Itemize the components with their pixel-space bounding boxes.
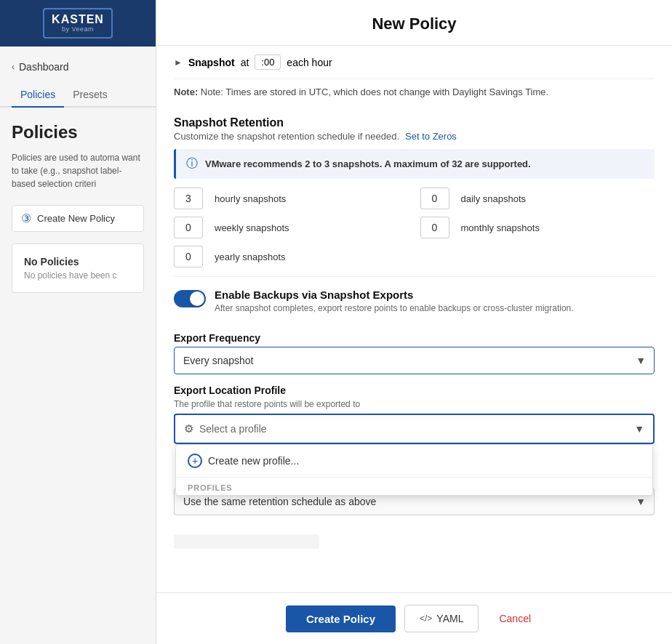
profile-select-trigger[interactable]: ⚙ Select a profile ▼ <box>175 415 653 443</box>
tab-policies[interactable]: Policies <box>12 84 64 108</box>
info-icon: ⓘ <box>186 156 198 172</box>
profile-select-wrapper: ⚙ Select a profile ▼ + Create new profil… <box>174 414 655 444</box>
snapshot-retention-section: Snapshot Retention Customize the snapsho… <box>174 116 655 142</box>
create-new-profile-item[interactable]: + Create new profile... <box>176 445 652 478</box>
vmware-info-box: ⓘ VMware recommends 2 to 3 snapshots. A … <box>174 149 655 179</box>
sidebar-back-label: Dashboard <box>19 61 69 73</box>
create-new-profile-label: Create new profile... <box>208 455 299 467</box>
snapshot-time-input[interactable] <box>255 55 281 70</box>
monthly-label: monthly snapshots <box>461 222 655 233</box>
monthly-count-input[interactable]: 0 <box>420 217 449 238</box>
tab-presets[interactable]: Presets <box>64 84 116 108</box>
gear-icon: ⚙ <box>184 422 193 435</box>
snapshot-counts-grid: 3 hourly snapshots 0 daily snapshots 0 w… <box>174 188 655 267</box>
no-policies-desc: No policies have been c <box>24 270 132 281</box>
enable-backups-desc: After snapshot completes, export restore… <box>215 303 574 313</box>
profile-select-arrow-icon: ▼ <box>634 423 644 435</box>
sidebar-description: Policies are used to automa want to take… <box>0 148 156 193</box>
daily-label: daily snapshots <box>461 193 655 204</box>
create-new-policy-label: Create New Policy <box>37 213 115 224</box>
sidebar-nav: ‹ Dashboard Policies Presets Policies Po… <box>0 47 156 313</box>
blurred-bottom <box>174 526 655 558</box>
hourly-label: hourly snapshots <box>215 193 409 204</box>
new-policy-modal: New Policy ► Snapshot at each hour Note:… <box>156 0 672 644</box>
export-location-label: Export Location Profile <box>174 385 655 396</box>
expand-icon[interactable]: ► <box>174 57 183 68</box>
enable-backups-toggle[interactable] <box>174 290 206 307</box>
utc-note: Note: Note: Times are stored in UTC, whi… <box>174 79 655 105</box>
export-location-group: Export Location Profile The profile that… <box>174 385 655 444</box>
create-policy-button[interactable]: Create Policy <box>286 605 396 632</box>
yaml-code-icon: </> <box>420 613 432 624</box>
export-location-subtitle: The profile that restore points will be … <box>174 399 655 409</box>
sidebar-tabs: Policies Presets <box>0 79 156 108</box>
modal-title: New Policy <box>174 15 655 33</box>
profiles-section-label: PROFILES <box>176 478 652 495</box>
yearly-label: yearly snapshots <box>215 251 409 262</box>
logo-box: KASTEN by Veeam <box>43 8 113 39</box>
weekly-count-input[interactable]: 0 <box>174 217 203 238</box>
export-frequency-select[interactable]: Every snapshot <box>174 347 655 374</box>
export-frequency-group: Export Frequency Every snapshot ▼ <box>174 332 655 374</box>
info-text: VMware recommends 2 to 3 snapshots. A ma… <box>205 158 531 169</box>
enable-backups-title: Enable Backups via Snapshot Exports <box>215 289 574 301</box>
daily-count-input[interactable]: 0 <box>420 188 449 209</box>
snapshot-schedule-row: ► Snapshot at each hour <box>174 46 655 79</box>
yaml-button-label: YAML <box>436 613 463 624</box>
profile-select-placeholder: Select a profile <box>199 423 627 435</box>
enable-backups-content: Enable Backups via Snapshot Exports Afte… <box>215 289 574 313</box>
set-to-zeros-link[interactable]: Set to Zeros <box>405 131 457 142</box>
back-arrow-icon: ‹ <box>12 62 15 72</box>
sidebar-heading: Policies <box>0 116 156 148</box>
hourly-count-input[interactable]: 3 <box>174 188 203 209</box>
snapshot-at-text: at <box>241 57 249 68</box>
no-policies-card: No Policies No policies have been c <box>12 243 144 293</box>
weekly-label: weekly snapshots <box>215 222 409 233</box>
logo-kasten: KASTEN <box>52 14 104 25</box>
snapshot-frequency-text: each hour <box>287 57 332 68</box>
cancel-button[interactable]: Cancel <box>487 605 543 632</box>
plus-circle-icon: + <box>188 454 202 468</box>
snapshot-retention-title: Snapshot Retention <box>174 116 655 129</box>
export-frequency-select-wrapper: Every snapshot ▼ <box>174 347 655 374</box>
modal-body: ► Snapshot at each hour Note: Note: Time… <box>156 46 672 592</box>
modal-header: New Policy <box>156 0 672 46</box>
snapshot-retention-subtitle: Customize the snapshot retention schedul… <box>174 131 655 142</box>
sidebar-logo: KASTEN by Veeam <box>0 0 156 47</box>
modal-footer: Create Policy </> YAML Cancel <box>156 592 672 644</box>
no-policies-title: No Policies <box>24 256 132 267</box>
logo-by-veeam: by Veeam <box>52 25 104 33</box>
enable-backups-section: Enable Backups via Snapshot Exports Afte… <box>174 276 655 322</box>
export-frequency-label: Export Frequency <box>174 332 655 344</box>
profile-dropdown-menu: + Create new profile... PROFILES <box>175 444 653 496</box>
sidebar: KASTEN by Veeam ‹ Dashboard Policies Pre… <box>0 0 156 644</box>
yearly-count-input[interactable]: 0 <box>174 246 203 267</box>
create-new-policy-button[interactable]: ③ Create New Policy <box>12 205 144 232</box>
yaml-button[interactable]: </> YAML <box>404 605 479 632</box>
snapshot-label: Snapshot <box>188 57 235 68</box>
plus-circle-icon: ③ <box>21 212 31 225</box>
sidebar-back-link[interactable]: ‹ Dashboard <box>0 55 156 79</box>
